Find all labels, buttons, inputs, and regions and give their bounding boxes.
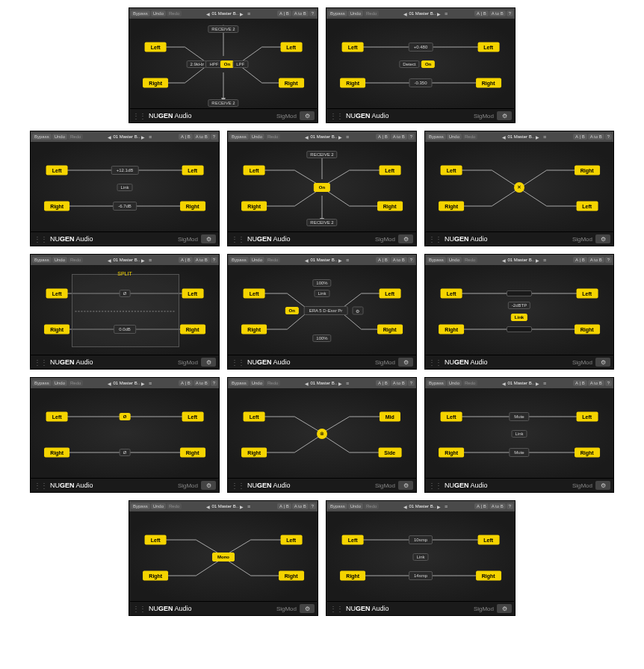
- undo-button[interactable]: Undo: [348, 10, 363, 16]
- preset-selector[interactable]: ◀ 01 Master B.. ▶ ≡: [380, 10, 474, 17]
- next-preset-icon[interactable]: ▶: [141, 258, 145, 263]
- bypass-button[interactable]: Bypass: [229, 257, 249, 263]
- drag-handle-icon[interactable]: ⋮⋮: [231, 482, 244, 490]
- preset-selector[interactable]: ◀ 01 Master B.. ▶ ≡: [478, 133, 572, 140]
- link-button[interactable]: Link: [117, 184, 132, 191]
- drag-handle-icon[interactable]: ⋮⋮: [34, 482, 47, 490]
- prev-preset-icon[interactable]: ◀: [403, 504, 407, 509]
- undo-button[interactable]: Undo: [250, 134, 264, 140]
- input-right-node[interactable]: Right: [340, 571, 365, 581]
- delay-left[interactable]: 10smp: [409, 535, 433, 544]
- drag-handle-icon[interactable]: ⋮⋮: [428, 358, 442, 367]
- output-top-node[interactable]: Left: [576, 412, 598, 422]
- input-right-node[interactable]: Right: [143, 78, 168, 88]
- input-right-node[interactable]: Right: [143, 571, 168, 581]
- a-to-b-button[interactable]: A to B: [391, 257, 407, 263]
- bypass-button[interactable]: Bypass: [427, 134, 446, 140]
- phase-right[interactable]: Ø: [120, 449, 131, 456]
- preset-list-icon[interactable]: ≡: [146, 133, 154, 140]
- ab-button[interactable]: A | B: [277, 503, 291, 509]
- preset-selector[interactable]: ◀ 01 Master B.. ▶ ≡: [182, 10, 276, 17]
- wet-top[interactable]: 100%: [312, 279, 331, 287]
- help-button[interactable]: ?: [605, 257, 612, 263]
- help-button[interactable]: ?: [507, 503, 513, 509]
- on-button[interactable]: On: [285, 307, 299, 314]
- input-left-node[interactable]: Left: [342, 43, 364, 52]
- a-to-b-button[interactable]: A to B: [193, 134, 210, 140]
- input-right-node[interactable]: Right: [44, 202, 69, 211]
- undo-button[interactable]: Undo: [52, 134, 67, 140]
- settings-button[interactable]: ⚙: [201, 234, 216, 243]
- trim-left[interactable]: +12.1dB: [111, 166, 139, 175]
- a-to-b-button[interactable]: A to B: [292, 10, 309, 16]
- undo-button[interactable]: Undo: [447, 257, 462, 263]
- trim-right[interactable]: -6.7dB: [113, 202, 137, 211]
- link-button[interactable]: Link: [314, 290, 329, 297]
- midside-node[interactable]: ⊗: [317, 429, 327, 439]
- input-left-node[interactable]: Left: [441, 289, 462, 299]
- drag-handle-icon[interactable]: ⋮⋮: [329, 112, 343, 120]
- output-bottom-node[interactable]: Right: [377, 325, 403, 334]
- output-bottom-node[interactable]: Right: [180, 448, 205, 458]
- redo-button[interactable]: Redo: [68, 257, 83, 263]
- preset-list-icon[interactable]: ≡: [146, 256, 154, 264]
- settings-button[interactable]: ⚙: [398, 481, 413, 490]
- input-left-node[interactable]: Left: [342, 535, 364, 545]
- input-left-node[interactable]: Left: [46, 289, 68, 299]
- input-right-node[interactable]: Right: [241, 325, 267, 334]
- input-right-node[interactable]: Right: [44, 448, 69, 458]
- offset-right[interactable]: -0.350: [409, 78, 432, 87]
- preset-selector[interactable]: ◀ 01 Master B.. ▶ ≡: [281, 133, 375, 140]
- input-left-node[interactable]: Left: [244, 166, 265, 175]
- drag-handle-icon[interactable]: ⋮⋮: [132, 112, 146, 120]
- bypass-button[interactable]: Bypass: [229, 380, 249, 386]
- a-to-b-button[interactable]: A to B: [391, 134, 407, 140]
- a-to-b-button[interactable]: A to B: [489, 10, 506, 16]
- preset-selector[interactable]: ◀ 01 Master B.. ▶ ≡: [478, 256, 572, 264]
- drag-handle-icon[interactable]: ⋮⋮: [34, 235, 47, 243]
- input-right-node[interactable]: Right: [44, 325, 69, 334]
- preset-list-icon[interactable]: ≡: [541, 256, 548, 264]
- help-button[interactable]: ?: [211, 134, 217, 140]
- drag-handle-icon[interactable]: ⋮⋮: [231, 358, 244, 367]
- redo-button[interactable]: Redo: [265, 134, 280, 140]
- switch-node[interactable]: ✕: [514, 182, 524, 193]
- redo-button[interactable]: Redo: [68, 380, 83, 386]
- preset-list-icon[interactable]: ≡: [344, 379, 351, 387]
- next-preset-icon[interactable]: ▶: [536, 134, 539, 140]
- preset-list-icon[interactable]: ≡: [344, 256, 351, 264]
- prev-preset-icon[interactable]: ◀: [305, 381, 309, 386]
- next-preset-icon[interactable]: ▶: [536, 381, 539, 386]
- a-to-b-button[interactable]: A to B: [588, 380, 604, 386]
- lpf-button[interactable]: LPF: [232, 60, 248, 68]
- next-preset-icon[interactable]: ▶: [536, 258, 539, 263]
- help-button[interactable]: ?: [211, 380, 217, 386]
- prev-preset-icon[interactable]: ◀: [305, 258, 309, 263]
- drag-handle-icon[interactable]: ⋮⋮: [132, 605, 146, 613]
- a-to-b-button[interactable]: A to B: [193, 257, 210, 263]
- next-preset-icon[interactable]: ▶: [141, 134, 145, 140]
- output-top-node[interactable]: Left: [280, 43, 302, 52]
- input-right-node[interactable]: Right: [439, 202, 464, 211]
- output-top-node[interactable]: Left: [379, 166, 400, 175]
- settings-button[interactable]: ⚙: [595, 234, 610, 243]
- output-top-node[interactable]: Mid: [380, 412, 400, 422]
- bypass-button[interactable]: Bypass: [328, 10, 347, 16]
- mute-left[interactable]: Mute: [509, 412, 529, 421]
- output-top-node[interactable]: Left: [576, 289, 598, 299]
- preset-selector[interactable]: ◀ 01 Master B.. ▶ ≡: [380, 502, 474, 510]
- output-bottom-node[interactable]: Right: [279, 571, 304, 581]
- redo-button[interactable]: Redo: [462, 134, 477, 140]
- redo-button[interactable]: Redo: [68, 134, 83, 140]
- redo-button[interactable]: Redo: [265, 257, 280, 263]
- link-button[interactable]: Link: [511, 430, 527, 438]
- bypass-button[interactable]: Bypass: [131, 10, 150, 16]
- undo-button[interactable]: Undo: [52, 380, 67, 386]
- bypass-button[interactable]: Bypass: [229, 134, 249, 140]
- help-button[interactable]: ?: [605, 380, 612, 386]
- preset-selector[interactable]: ◀ 01 Master B.. ▶ ≡: [84, 133, 178, 140]
- prev-preset-icon[interactable]: ◀: [502, 258, 506, 263]
- ceiling-value[interactable]: -2dBTP: [508, 302, 530, 309]
- ab-button[interactable]: A | B: [573, 257, 587, 263]
- split-region[interactable]: [72, 274, 179, 347]
